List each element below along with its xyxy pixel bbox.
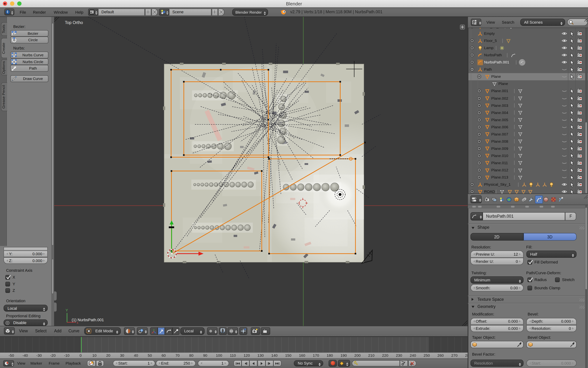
svg-text:Y: Y [66, 308, 68, 312]
